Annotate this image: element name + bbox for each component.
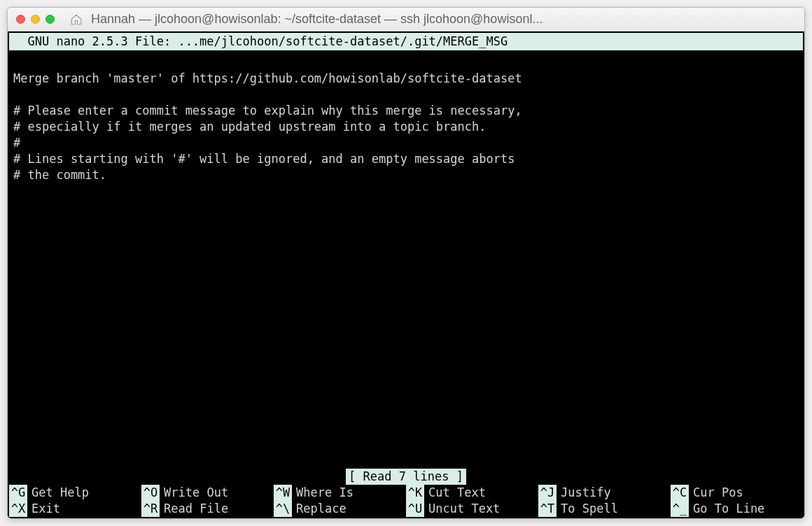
shortcut-label: Replace (292, 501, 346, 517)
shortcut-justify[interactable]: ^J Justify (538, 485, 671, 501)
editor-content[interactable]: Merge branch 'master' of https://github.… (9, 50, 803, 183)
shortcut-label: Exit (27, 501, 60, 517)
editor-line: # (13, 136, 20, 150)
traffic-lights (16, 15, 55, 24)
shortcut-read-file[interactable]: ^R Read File (141, 501, 274, 517)
editor-line: # Please enter a commit message to expla… (13, 104, 522, 118)
editor-line: # Lines starting with '#' will be ignore… (13, 152, 514, 166)
shortcut-exit[interactable]: ^X Exit (9, 501, 141, 517)
minimize-button[interactable] (31, 15, 40, 24)
shortcut-label: Uncut Text (424, 501, 500, 517)
close-button[interactable] (16, 15, 25, 24)
shortcut-key: ^J (538, 485, 556, 501)
shortcut-cur-pos[interactable]: ^C Cur Pos (671, 485, 803, 501)
terminal-area[interactable]: GNU nano 2.5.3 File: ...me/jlcohoon/soft… (8, 31, 804, 518)
shortcut-where-is[interactable]: ^W Where Is (274, 485, 406, 501)
shortcut-label: Cut Text (424, 485, 486, 501)
shortcut-label: Where Is (292, 485, 354, 501)
shortcut-write-out[interactable]: ^O Write Out (141, 485, 274, 501)
editor-line: Merge branch 'master' of https://github.… (13, 71, 522, 85)
shortcut-key: ^_ (671, 501, 689, 517)
window-titlebar: Hannah — jlcohoon@howisonlab: ~/softcite… (8, 8, 804, 31)
window-title: Hannah — jlcohoon@howisonlab: ~/softcite… (91, 12, 796, 27)
shortcut-key: ^K (406, 485, 424, 501)
shortcut-label: Go To Line (689, 501, 764, 517)
shortcut-cut-text[interactable]: ^K Cut Text (406, 485, 538, 501)
shortcut-key: ^R (141, 501, 160, 517)
maximize-button[interactable] (46, 15, 55, 24)
shortcut-key: ^W (274, 485, 292, 501)
home-icon (70, 13, 83, 26)
shortcut-key: ^G (9, 485, 27, 501)
shortcut-label: Cur Pos (689, 485, 743, 501)
editor-line: # the commit. (13, 168, 106, 182)
shortcut-label: Read File (160, 501, 228, 517)
shortcut-go-to-line[interactable]: ^_ Go To Line (671, 501, 803, 517)
shortcut-label: Get Help (27, 485, 89, 501)
shortcut-key: ^X (9, 501, 27, 517)
shortcut-key: ^C (671, 485, 689, 501)
status-line-wrap: [ Read 7 lines ] (8, 469, 804, 485)
nano-header-bar: GNU nano 2.5.3 File: ...me/jlcohoon/soft… (9, 33, 803, 50)
shortcut-to-spell[interactable]: ^T To Spell (538, 501, 671, 517)
shortcut-bar: ^G Get Help ^O Write Out ^W Where Is ^K … (8, 485, 804, 518)
shortcut-key: ^T (538, 501, 556, 517)
shortcut-label: To Spell (556, 501, 618, 517)
nano-status-line: [ Read 7 lines ] (346, 469, 466, 485)
shortcut-key: ^U (406, 501, 424, 517)
terminal-window: Hannah — jlcohoon@howisonlab: ~/softcite… (7, 7, 805, 519)
editor-line: # especially if it merges an updated ups… (13, 120, 486, 134)
shortcut-replace[interactable]: ^\ Replace (274, 501, 406, 517)
shortcut-label: Write Out (160, 485, 228, 501)
shortcut-key: ^O (141, 485, 160, 501)
shortcut-get-help[interactable]: ^G Get Help (9, 485, 141, 501)
shortcut-label: Justify (556, 485, 611, 501)
shortcut-uncut-text[interactable]: ^U Uncut Text (406, 501, 538, 517)
shortcut-key: ^\ (274, 501, 292, 517)
